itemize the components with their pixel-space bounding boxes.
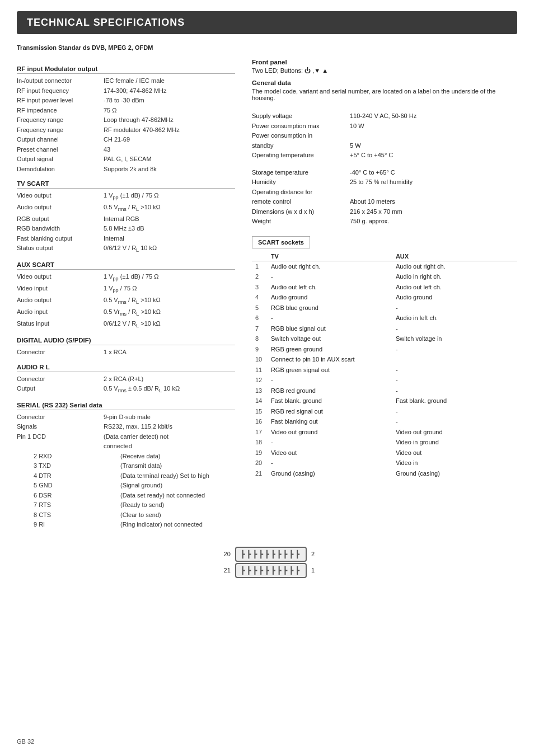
rf-input-title: RF input Modulator output xyxy=(17,65,235,74)
scart-num: 14 xyxy=(252,396,268,406)
table-row: 10 Connect to pin 10 in AUX scart xyxy=(252,354,517,365)
list-item: Status output0/6/12 V / RL 10 kΩ xyxy=(17,243,235,255)
scart-tv: RGB green signal out xyxy=(268,365,392,375)
scart-aux: Switch voltage in xyxy=(392,334,517,344)
scart-tv: RGB blue signal out xyxy=(268,323,392,334)
scart-aux: Video out xyxy=(392,448,517,458)
scart-tv: Fast blank. ground xyxy=(268,396,392,406)
serial-title: SERIAL (RS 232) Serial data xyxy=(17,402,235,410)
scart-num: 1 xyxy=(252,261,268,271)
scart-aux: Video out ground xyxy=(392,427,517,438)
scart-num: 10 xyxy=(252,354,268,365)
right-column: Front panel Two LED; Buttons: ⏻ ,▼ ▲ Gen… xyxy=(252,59,517,530)
list-item: Storage temperature-40° C to +65° C xyxy=(252,168,517,177)
left-column: RF input Modulator output In-/output con… xyxy=(17,59,235,530)
transmission-label: Transmission Standar ds xyxy=(17,44,90,51)
scart-aux xyxy=(392,354,517,365)
table-row: 9 RGB green ground - xyxy=(252,344,517,355)
scart-num: 7 xyxy=(252,323,268,334)
scart-aux: Ground (casing) xyxy=(392,468,517,479)
list-item: Dimensions (w x d x h)216 x 245 x 70 mm xyxy=(252,207,517,217)
list-item: Frequency rangeRF modulator 470-862 MHz xyxy=(17,125,235,135)
front-panel-title: Front panel xyxy=(252,59,517,65)
table-row: 7 RGB blue signal out - xyxy=(252,323,517,334)
list-item: 6 DSR(Data set ready) not connected xyxy=(17,491,235,500)
table-row: 1 Audio out right ch. Audio out right ch… xyxy=(252,261,517,271)
digital-audio-title: DIGITAL AUDIO (S/PDIF) xyxy=(17,337,235,345)
table-row: 19 Video out Video out xyxy=(252,448,517,458)
scart-tv: RGB red ground xyxy=(268,386,392,396)
list-item: RGB bandwidth5.8 MHz ±3 dB xyxy=(17,224,235,233)
connector-pins-row20: ┣┣┣┣┣┣┣┣┣┣ xyxy=(235,547,307,562)
table-row: 2 - Audio in right ch. xyxy=(252,271,517,282)
storage-section: Storage temperature-40° C to +65° C Humi… xyxy=(252,168,517,226)
scart-tv: Video out xyxy=(268,448,392,458)
table-row: 8 Switch voltage out Switch voltage in xyxy=(252,334,517,344)
connector-pins-row21: ┣┣┣┣┣┣┣┣┣┣ xyxy=(235,563,307,578)
list-item: Supply voltage110-240 V AC, 50-60 Hz xyxy=(252,111,517,121)
scart-tv: - xyxy=(268,271,392,282)
supply-section: Supply voltage110-240 V AC, 50-60 Hz Pow… xyxy=(252,111,517,160)
connector-row-20: 20 ┣┣┣┣┣┣┣┣┣┣ 2 xyxy=(219,547,315,562)
table-row: 12 - - xyxy=(252,375,517,386)
list-item: In-/output connectorIEC female / IEC mal… xyxy=(17,76,235,86)
list-item: Humidity25 to 75 % rel humidity xyxy=(252,177,517,187)
list-item: Output0.5 Vrms ± 0.5 dB/ RL 10 kΩ xyxy=(17,384,235,395)
list-item: Audio input0.5 Vrms / RL >10 kΩ xyxy=(17,307,235,318)
table-row: 13 RGB red ground - xyxy=(252,386,517,396)
list-item: RF input power level-78 to -30 dBm xyxy=(17,96,235,105)
list-item: Audio output0.5 Vrms / RL >10 kΩ xyxy=(17,295,235,307)
scart-tv: RGB blue ground xyxy=(268,303,392,313)
digital-audio-rows: Connector1 x RCA xyxy=(17,348,235,357)
scart-sockets-section: SCART sockets TV AUX 1 Audio out right c… xyxy=(252,236,517,479)
list-item: RF input frequency174-300; 474-862 MHz xyxy=(17,86,235,96)
list-item: RGB outputInternal RGB xyxy=(17,214,235,224)
scart-num: 2 xyxy=(252,271,268,282)
list-item: 8 CTS(Clear to send) xyxy=(17,510,235,520)
scart-num: 11 xyxy=(252,365,268,375)
scart-aux: Video in xyxy=(392,458,517,468)
scart-num: 5 xyxy=(252,303,268,313)
general-data-description: The model code, variant and serial numbe… xyxy=(252,88,517,101)
transmission-line: Transmission Standar ds DVB, MPEG 2, OFD… xyxy=(17,44,517,51)
table-row: 4 Audio ground Audio ground xyxy=(252,292,517,303)
list-item: Audio output0.5 Vrms / RL >10 kΩ xyxy=(17,203,235,214)
scart-aux: Audio out left ch. xyxy=(392,282,517,293)
list-item: Frequency rangeLoop through 47-862MHz xyxy=(17,115,235,125)
scart-num: 8 xyxy=(252,334,268,344)
header-bar: TECHNICAL SPECIFICATIONS xyxy=(17,11,517,34)
list-item: connected xyxy=(17,442,235,451)
col-num xyxy=(252,252,268,261)
list-item: Video output1 Vpp (±1 dB) / 75 Ω xyxy=(17,191,235,202)
list-item: Preset channel43 xyxy=(17,145,235,154)
general-data-title: General data xyxy=(252,79,517,86)
scart-num: 16 xyxy=(252,416,268,427)
audio-rl-title: AUDIO R L xyxy=(17,364,235,372)
list-item: Weight750 g. approx. xyxy=(252,217,517,226)
scart-tv: - xyxy=(268,437,392,448)
transmission-value: DVB, MPEG 2, OFDM xyxy=(92,44,153,51)
scart-num: 15 xyxy=(252,406,268,417)
scart-tv: - xyxy=(268,375,392,386)
scart-tv: Video out ground xyxy=(268,427,392,438)
scart-aux: Audio in left ch. xyxy=(392,313,517,323)
scart-num: 3 xyxy=(252,282,268,293)
scart-num: 18 xyxy=(252,437,268,448)
tv-scart-title: TV SCART xyxy=(17,180,235,189)
connector-row-21: 21 ┣┣┣┣┣┣┣┣┣┣ 1 xyxy=(219,563,315,578)
scart-aux: - xyxy=(392,406,517,417)
scart-num: 19 xyxy=(252,448,268,458)
list-item: Connector2 x RCA (R+L) xyxy=(17,374,235,384)
scart-aux: - xyxy=(392,416,517,427)
scart-tv: Audio ground xyxy=(268,292,392,303)
list-item: 4 DTR(Data terminal ready) Set to high xyxy=(17,471,235,481)
scart-tv: RGB green ground xyxy=(268,344,392,355)
aux-scart-rows: Video output1 Vpp (±1 dB) / 75 Ω Video i… xyxy=(17,272,235,330)
list-item: 7 RTS(Ready to send) xyxy=(17,500,235,510)
table-row: 3 Audio out left ch. Audio out left ch. xyxy=(252,282,517,293)
audio-rl-rows: Connector2 x RCA (R+L) Output0.5 Vrms ± … xyxy=(17,374,235,395)
list-item: 2 RXD(Receive data) xyxy=(17,452,235,461)
list-item: Video input1 Vpp / 75 Ω xyxy=(17,284,235,295)
list-item: Fast blanking outputInternal xyxy=(17,234,235,243)
table-row: 11 RGB green signal out - xyxy=(252,365,517,375)
